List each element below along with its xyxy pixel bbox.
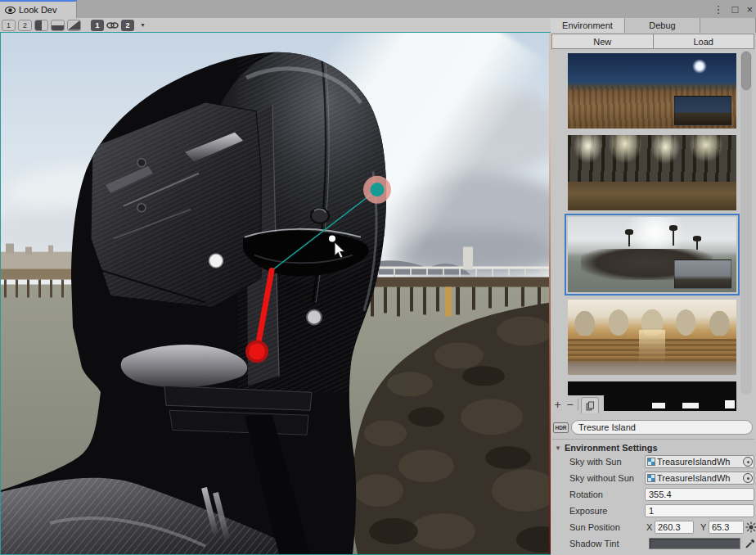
view-mode-2-label: 2 bbox=[23, 21, 27, 29]
gizmo-mid-point bbox=[329, 236, 335, 242]
thumbnail-inset-preview bbox=[674, 259, 731, 290]
tab-debug[interactable]: Debug bbox=[625, 18, 700, 33]
sun-x-axis-label: X bbox=[646, 522, 652, 532]
eyedropper-icon[interactable] bbox=[745, 539, 755, 549]
view-mode-2-button[interactable]: 2 bbox=[18, 20, 32, 31]
gizmo-red-handle[interactable] bbox=[247, 341, 267, 361]
sun-gizmo-toggle-icon[interactable] bbox=[745, 521, 756, 533]
window-maximize-button[interactable]: □ bbox=[732, 4, 739, 15]
gizmo-sun-handle[interactable] bbox=[371, 183, 385, 196]
rotation-field[interactable] bbox=[645, 488, 754, 501]
scrollbar-thumb[interactable] bbox=[741, 52, 751, 90]
add-hdri-button[interactable]: + bbox=[551, 397, 564, 411]
thumbnail-scrollbar[interactable] bbox=[740, 51, 752, 395]
viewport-3d-render[interactable] bbox=[0, 32, 551, 555]
tab-debug-label: Debug bbox=[649, 20, 675, 30]
duplicate-icon bbox=[586, 401, 595, 411]
sky-without-sun-row: Sky without Sun TreasureIslandWh bbox=[551, 470, 756, 486]
sun-position-label: Sun Position bbox=[569, 522, 620, 532]
duplicate-hdri-button[interactable] bbox=[581, 397, 599, 413]
cubemap-texture-icon bbox=[647, 458, 655, 466]
hdri-thumbnail-treasure-island[interactable] bbox=[568, 217, 736, 292]
zone-view-button[interactable] bbox=[67, 20, 81, 31]
environment-settings-header[interactable]: ▼ Environment Settings bbox=[555, 441, 751, 454]
rotation-row: Rotation bbox=[551, 486, 756, 503]
link-cameras-icon[interactable] bbox=[106, 21, 119, 29]
remove-hdri-button[interactable]: − bbox=[564, 397, 576, 411]
camera-2-label: 2 bbox=[125, 21, 129, 29]
hdri-thumbnail-church-interior[interactable] bbox=[568, 300, 736, 375]
sky-with-sun-label: Sky with Sun bbox=[569, 457, 622, 467]
hdri-thumbnail-forest[interactable] bbox=[568, 135, 736, 210]
window-close-button[interactable]: × bbox=[746, 4, 753, 15]
hdri-list-actions: + − bbox=[551, 395, 604, 415]
split-horizontal-icon bbox=[52, 25, 64, 30]
environment-panel: Environment Debug New Load bbox=[551, 18, 756, 555]
new-button-label: New bbox=[593, 37, 611, 47]
window-menu-button[interactable]: ⋮ bbox=[713, 4, 724, 15]
sun-y-axis-label: Y bbox=[700, 522, 706, 532]
sky-with-sun-object-field[interactable]: TreasureIslandWh bbox=[645, 455, 754, 468]
hdri-thumbnail-sunny-field[interactable] bbox=[568, 53, 736, 129]
divider bbox=[552, 439, 754, 440]
hdr-name-row: HDR bbox=[551, 418, 756, 436]
object-picker-icon[interactable] bbox=[743, 473, 753, 483]
sky-without-sun-label: Sky without Sun bbox=[569, 473, 634, 483]
load-button[interactable]: Load bbox=[654, 34, 755, 49]
shadow-tint-row: Shadow Tint bbox=[551, 535, 756, 552]
camera-1-button[interactable]: 1 bbox=[91, 20, 104, 31]
split-diagonal-icon bbox=[68, 20, 80, 30]
side-by-side-view-button[interactable] bbox=[34, 20, 48, 31]
rotation-label: Rotation bbox=[569, 490, 603, 499]
window-title: Look Dev bbox=[19, 5, 56, 15]
thumbnail-inset-preview bbox=[674, 96, 731, 126]
view-mode-1-button[interactable]: 1 bbox=[2, 20, 16, 31]
sky-with-sun-row: Sky with Sun TreasureIslandWh bbox=[551, 453, 756, 470]
exposure-row: Exposure bbox=[551, 503, 756, 519]
new-button[interactable]: New bbox=[551, 34, 654, 49]
panel-tabstrip: Environment Debug bbox=[551, 18, 756, 33]
camera-1-label: 1 bbox=[95, 21, 99, 29]
sky-without-sun-object-field[interactable]: TreasureIslandWh bbox=[645, 472, 754, 485]
load-button-label: Load bbox=[694, 37, 713, 47]
sun-glow bbox=[692, 59, 707, 74]
environment-settings-title: Environment Settings bbox=[565, 443, 658, 453]
sun-position-row: Sun Position X Y bbox=[551, 519, 756, 535]
sky-with-sun-value: TreasureIslandWh bbox=[657, 457, 743, 467]
cubemap-texture-icon bbox=[647, 474, 655, 482]
lookdev-eye-icon bbox=[5, 7, 16, 14]
hdri-name-field[interactable] bbox=[571, 420, 753, 435]
tab-environment-label: Environment bbox=[562, 20, 613, 30]
title-bar: Look Dev ⋮ □ × bbox=[0, 0, 756, 18]
sun-x-field[interactable] bbox=[655, 521, 694, 534]
lookdev-toolbar: 1 2 1 2 ▼ bbox=[0, 18, 551, 32]
toolbar-dropdown-caret[interactable]: ▼ bbox=[140, 22, 146, 28]
window-tab-lookdev[interactable]: Look Dev bbox=[0, 0, 77, 18]
viewport-right-edge bbox=[549, 33, 551, 554]
object-picker-icon[interactable] bbox=[743, 457, 753, 467]
exposure-label: Exposure bbox=[569, 506, 607, 516]
lookdev-window: Look Dev ⋮ □ × 1 2 1 2 ▼ bbox=[0, 0, 756, 555]
view-mode-1-label: 1 bbox=[7, 21, 11, 29]
foldout-triangle-icon: ▼ bbox=[555, 444, 561, 452]
sun-y-field[interactable] bbox=[709, 521, 744, 534]
tabstrip-spacer bbox=[700, 18, 756, 33]
hdr-badge-icon: HDR bbox=[553, 422, 569, 433]
shadow-tint-label: Shadow Tint bbox=[569, 539, 619, 548]
sky-without-sun-value: TreasureIslandWh bbox=[657, 473, 743, 483]
split-vertical-icon bbox=[35, 20, 42, 30]
split-view-button[interactable] bbox=[51, 20, 65, 31]
exposure-field[interactable] bbox=[645, 504, 754, 517]
tab-environment[interactable]: Environment bbox=[551, 18, 625, 33]
shadow-tint-color-swatch[interactable] bbox=[649, 538, 740, 549]
camera-2-button[interactable]: 2 bbox=[121, 20, 134, 31]
scene-render bbox=[1, 33, 551, 554]
